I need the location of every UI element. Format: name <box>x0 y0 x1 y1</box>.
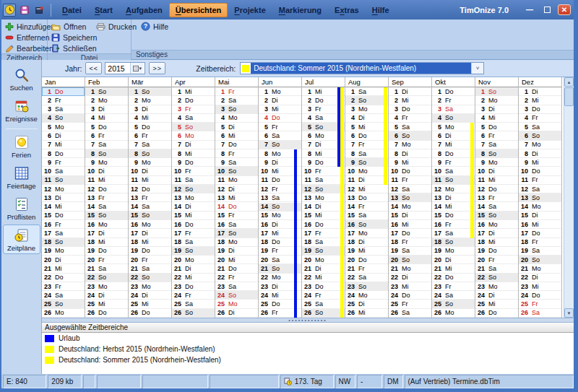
day-cell[interactable]: 2Fr <box>42 96 85 105</box>
day-cell[interactable]: 21Mo <box>519 264 561 273</box>
day-cell[interactable]: 14Do <box>215 203 258 212</box>
scroll-track[interactable] <box>564 106 574 308</box>
day-cell[interactable]: 17Fr <box>172 229 215 238</box>
day-cell[interactable]: 23Mi <box>389 282 431 291</box>
day-cell[interactable]: 8Mi <box>172 149 215 158</box>
day-cell[interactable]: 4Fr <box>519 114 561 123</box>
day-cell[interactable]: 3Fr <box>172 105 215 114</box>
year-next-button[interactable]: >> <box>149 62 165 74</box>
day-cell[interactable]: 24Do <box>389 291 431 300</box>
day-cell[interactable]: 26Di <box>215 309 258 318</box>
day-cell[interactable]: 25Di <box>345 300 388 308</box>
day-cell[interactable]: 7Fr <box>345 141 388 149</box>
day-cell[interactable]: 12So <box>172 185 215 193</box>
day-cell[interactable]: 13Mi <box>215 193 258 202</box>
day-cell[interactable]: 8Do <box>42 149 85 158</box>
day-cell[interactable]: 18Mi <box>85 238 128 247</box>
menu-item-aufgaben[interactable]: Aufgaben <box>119 3 169 17</box>
day-cell[interactable]: 22Do <box>432 274 475 282</box>
menu-item-datei[interactable]: Datei <box>56 3 88 17</box>
day-cell[interactable]: 16Sa <box>215 220 258 229</box>
day-cell[interactable]: 22Sa <box>345 274 388 282</box>
day-cell[interactable]: 18Mi <box>129 238 171 247</box>
day-cell[interactable]: 6Do <box>345 131 388 140</box>
day-cell[interactable]: 3Di <box>129 105 171 114</box>
day-cell[interactable]: 8So <box>85 149 128 158</box>
day-cell[interactable]: 7So <box>259 141 301 149</box>
day-cell[interactable]: 19Mi <box>345 247 388 256</box>
day-cell[interactable]: 19Mo <box>432 247 475 256</box>
day-cell[interactable]: 7Sa <box>475 141 518 149</box>
sidebar-item-feiertage[interactable]: Feiertage <box>3 162 40 192</box>
day-cell[interactable]: 10So <box>215 167 258 175</box>
day-cell[interactable]: 1Fr <box>215 87 258 96</box>
day-cell[interactable]: 11Sa <box>302 176 345 185</box>
day-cell[interactable]: 21Mi <box>432 264 475 273</box>
day-cell[interactable]: 6Fr <box>85 131 128 140</box>
day-cell[interactable]: 13Mo <box>302 193 345 202</box>
day-cell[interactable]: 6Di <box>42 131 85 140</box>
day-cell[interactable]: 15Di <box>389 212 431 220</box>
day-cell[interactable]: 17Di <box>85 229 128 238</box>
splitter-grip-icon[interactable]: •••••••••••• <box>288 319 327 322</box>
day-cell[interactable]: 6Di <box>432 131 475 140</box>
day-cell[interactable]: 20Mo <box>302 256 345 264</box>
day-cell[interactable]: 23Mo <box>129 282 171 291</box>
day-cell[interactable]: 7Do <box>215 141 258 149</box>
day-cell[interactable]: 9Mo <box>475 158 518 167</box>
speichern-button[interactable]: Speichern <box>49 32 94 43</box>
day-cell[interactable]: 14Fr <box>345 203 388 212</box>
day-cell[interactable]: 12Mo <box>42 185 85 193</box>
app-clock-icon[interactable] <box>3 4 16 17</box>
day-cell[interactable]: 24Mo <box>345 291 388 300</box>
day-cell[interactable]: 19Sa <box>519 247 561 256</box>
day-cell[interactable]: 5Sa <box>519 123 561 131</box>
day-cell[interactable]: 11So <box>42 176 85 185</box>
day-cell[interactable]: 5Di <box>215 123 258 131</box>
day-cell[interactable]: 13Mo <box>172 193 215 202</box>
day-cell[interactable]: 11Fr <box>389 176 431 185</box>
day-cell[interactable]: 15Di <box>519 212 561 220</box>
oeffnen-button[interactable]: Öffnen <box>49 21 94 32</box>
day-cell[interactable]: 24Fr <box>172 291 215 300</box>
day-cell[interactable]: 22Mi <box>172 274 215 282</box>
menu-item-übersichten[interactable]: Übersichten <box>169 3 228 17</box>
splitter[interactable]: •••••••••••• <box>42 318 574 323</box>
scroll-thumb[interactable] <box>564 87 574 106</box>
day-cell[interactable]: 13Fr <box>129 193 171 202</box>
day-cell[interactable]: 15So <box>85 212 128 220</box>
day-cell[interactable]: 23Do <box>302 282 345 291</box>
day-cell[interactable]: 11Di <box>345 176 388 185</box>
day-cell[interactable]: 5Fr <box>259 123 301 131</box>
day-cell[interactable]: 14Di <box>172 203 215 212</box>
day-cell[interactable]: 4Mi <box>129 114 171 123</box>
day-cell[interactable]: 21Di <box>172 264 215 273</box>
day-cell[interactable]: 20So <box>519 256 561 264</box>
day-cell[interactable]: 6Sa <box>259 131 301 140</box>
day-cell[interactable]: 3So <box>215 105 258 114</box>
menu-item-hilfe[interactable]: Hilfe <box>366 3 396 17</box>
day-cell[interactable]: 7Sa <box>85 141 128 149</box>
day-cell[interactable]: 13So <box>389 193 431 202</box>
day-cell[interactable]: 17Mo <box>345 229 388 238</box>
day-cell[interactable]: 26Do <box>129 309 171 318</box>
sidebar-item-ferien[interactable]: Ferien <box>3 131 40 161</box>
day-cell[interactable]: 25Sa <box>302 300 345 308</box>
day-cell[interactable]: 21Do <box>215 264 258 273</box>
day-cell[interactable]: 16Mo <box>129 220 171 229</box>
day-cell[interactable]: 16Mo <box>475 220 518 229</box>
day-cell[interactable]: 11Mo <box>215 176 258 185</box>
day-cell[interactable]: 10Di <box>129 167 171 175</box>
day-cell[interactable]: 26Sa <box>389 309 431 318</box>
day-cell[interactable]: 15Do <box>42 212 85 220</box>
day-cell[interactable]: 24Sa <box>432 291 475 300</box>
day-cell[interactable]: 20Di <box>432 256 475 264</box>
day-cell[interactable]: 17So <box>215 229 258 238</box>
day-cell[interactable]: 4So <box>42 114 85 123</box>
day-cell[interactable]: 23Fr <box>432 282 475 291</box>
day-cell[interactable]: 1Mo <box>259 87 301 96</box>
day-cell[interactable]: 11So <box>432 176 475 185</box>
day-cell[interactable]: 8Sa <box>345 149 388 158</box>
day-cell[interactable]: 23Mi <box>519 282 561 291</box>
day-cell[interactable]: 6So <box>519 131 561 140</box>
